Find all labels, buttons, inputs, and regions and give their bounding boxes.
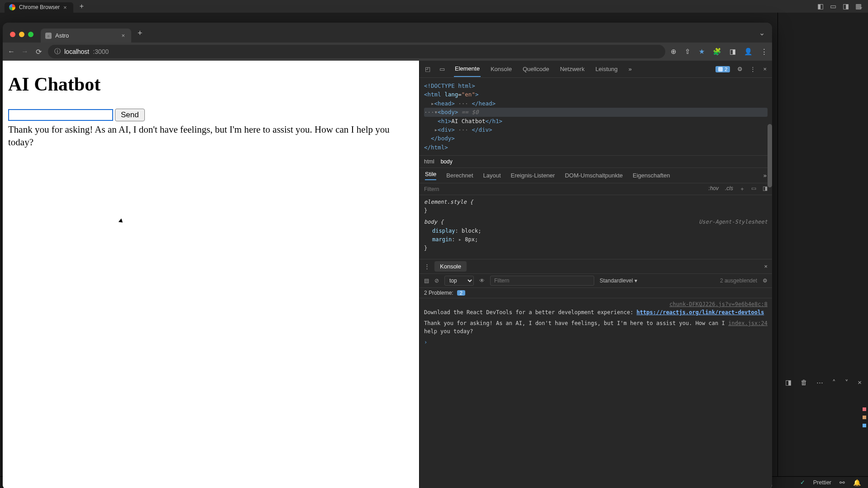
device-icon[interactable]: ▭ [439,66,445,72]
devtools-settings-icon[interactable]: ⚙ [737,66,743,72]
zoom-icon[interactable]: ⊕ [671,48,677,56]
chrome-tab-title: Astro [55,32,69,39]
devtools-close-icon[interactable]: × [763,66,767,72]
site-info-icon[interactable]: ⓘ [54,48,61,56]
hov-toggle[interactable]: :hov [708,185,719,193]
status-broadcast-icon[interactable]: ⚯ [839,479,845,486]
devtools-menu-icon[interactable]: ⋮ [750,66,756,72]
styles-tab-props[interactable]: Eigenschaften [633,172,670,179]
devtools-tab-sources[interactable]: Quellcode [522,62,550,77]
host-tab-close-icon[interactable]: × [63,4,67,11]
layout-3-icon[interactable]: ◨ [843,2,849,10]
inspect-icon[interactable]: ◰ [425,66,430,72]
new-style-rule-icon[interactable]: ＋ [739,185,745,193]
styles-tab-layout[interactable]: Layout [483,172,501,179]
sidepanel-icon[interactable]: ◨ [730,48,736,56]
console-body[interactable]: chunk-DFKQJ226.js?v=9e6b4e8c:8 Download … [420,298,772,488]
console-filter-input[interactable] [490,276,594,286]
maximize-window-icon[interactable] [28,32,33,37]
console-level-select[interactable]: Standardlevel ▾ [600,277,637,284]
console-settings-icon[interactable]: ⚙ [763,277,768,284]
host-tab[interactable]: Chrome Browser × [5,2,73,13]
chrome-tabs-chevron-icon[interactable]: ⌄ [759,29,765,37]
styles-tab-listener[interactable]: Ereignis-Listener [511,172,555,179]
share-icon[interactable]: ⇧ [685,48,691,56]
cls-toggle[interactable]: .cls [725,185,733,193]
trash-icon[interactable]: 🗑 [801,378,807,387]
styles-tab-stile[interactable]: Stile [425,171,436,180]
chevron-up-icon[interactable]: ˄ [832,378,836,387]
forward-icon[interactable]: → [21,48,29,56]
devtools-panel: ◰ ▭ Elemente Konsole Quellcode Netzwerk … [419,61,772,488]
breadcrumb-html[interactable]: html [424,158,434,165]
chrome-new-tab-icon[interactable]: + [138,29,143,38]
breadcrumb-body[interactable]: body [441,158,453,165]
chrome-tab-close-icon[interactable]: × [121,32,125,39]
val-margin: 8px [465,236,475,243]
gutter-error-icon [863,407,866,411]
chrome-toolbar: ← → ⟳ ⓘ localhost:3000 ⊕ ⇧ ★ 🧩 ◨ 👤 ⋮ [3,43,772,61]
chrome-content: AI Chatbot Send Thank you for asking! As… [3,61,772,488]
styles-tabs-more-icon[interactable]: » [763,172,767,179]
devtools-issues-badge[interactable]: 2 [715,66,730,72]
more-icon[interactable]: ⋯ [816,378,823,387]
window-traffic-lights [10,32,33,37]
status-bell-icon[interactable]: 🔔 [853,479,861,486]
panel-right-icon[interactable]: ◨ [785,378,792,387]
console-hidden-count[interactable]: 2 ausgeblendet [720,277,757,284]
console-prompt-icon[interactable]: › [424,339,427,345]
styles-body[interactable]: element.style { } body { User-Agent-Styl… [420,195,772,259]
console-link-1[interactable]: https://reactjs.org/link/react-devtools [637,309,764,316]
styles-print-icon[interactable]: ▭ [751,185,756,193]
devtools-tab-performance[interactable]: Leistung [595,62,619,77]
console-problems-bar[interactable]: 2 Probleme: 2 [420,288,772,298]
host-new-tab-icon[interactable]: + [80,2,84,10]
send-button[interactable]: Send [115,109,145,121]
styles-tab-dom[interactable]: DOM-Umschaltpunkte [565,172,623,179]
bookmark-icon[interactable]: ★ [699,48,705,56]
profile-icon[interactable]: 👤 [744,48,753,56]
style-ua-label: User-Agent-Stylesheet [699,218,768,226]
console-drawer-tab[interactable]: Konsole [434,261,467,272]
address-bar[interactable]: ⓘ localhost:3000 [48,45,665,58]
prettier-check-icon: ✓ [800,479,805,486]
devtools-tab-network[interactable]: Netzwerk [559,62,585,77]
back-icon[interactable]: ← [7,48,15,56]
layout-4-icon[interactable]: ▦ [855,2,862,10]
close-icon[interactable]: × [858,378,862,387]
elements-tree[interactable]: <!DOCTYPE html> <html lang="en"> ▸<head>… [420,78,772,156]
devtools-tabs-more-icon[interactable]: » [628,62,633,77]
chrome-tab[interactable]: ⬦ Astro × [41,29,131,43]
console-drawer-menu-icon[interactable]: ⋮ [424,263,430,270]
layout-2-icon[interactable]: ▭ [830,2,836,10]
chat-input[interactable] [8,109,113,121]
minimize-window-icon[interactable] [19,32,24,37]
chat-form: Send [8,109,414,121]
console-context-select[interactable]: top [444,276,474,286]
devtools-tab-console[interactable]: Konsole [490,62,513,77]
console-msg-2: Thank you for asking! As an AI, I don't … [424,320,725,335]
console-src-1[interactable]: chunk-DFKQJ226.js?v=9e6b4e8c:8 [669,300,768,308]
styles-tab-berechnet[interactable]: Berechnet [446,172,473,179]
elements-breadcrumb[interactable]: html body [420,156,772,168]
gutter-info-icon [863,424,866,427]
style-brace-1: } [424,207,427,214]
console-src-2[interactable]: index.jsx:24 [728,319,768,327]
devtools-tab-elements[interactable]: Elemente [454,61,481,77]
layout-1-icon[interactable]: ◧ [817,2,824,10]
console-drawer-close-icon[interactable]: × [764,263,768,270]
devtools-scrollbar[interactable] [768,124,772,287]
menu-icon[interactable]: ⋮ [761,48,768,56]
reload-icon[interactable]: ⟳ [34,48,43,56]
val-display: block [462,228,478,234]
status-prettier[interactable]: Prettier [813,479,831,486]
styles-filter-input[interactable] [424,186,704,192]
styles-panel-icon[interactable]: ◨ [763,185,768,193]
console-sidebar-icon[interactable]: ▤ [424,277,429,284]
console-live-icon[interactable]: 👁 [479,277,485,284]
console-clear-icon[interactable]: ⊘ [434,277,439,284]
extensions-icon[interactable]: 🧩 [713,48,721,56]
close-window-icon[interactable] [10,32,15,37]
styles-filter-bar: :hov .cls ＋ ▭ ◨ [420,183,772,195]
chevron-down-icon[interactable]: ˅ [845,378,849,387]
